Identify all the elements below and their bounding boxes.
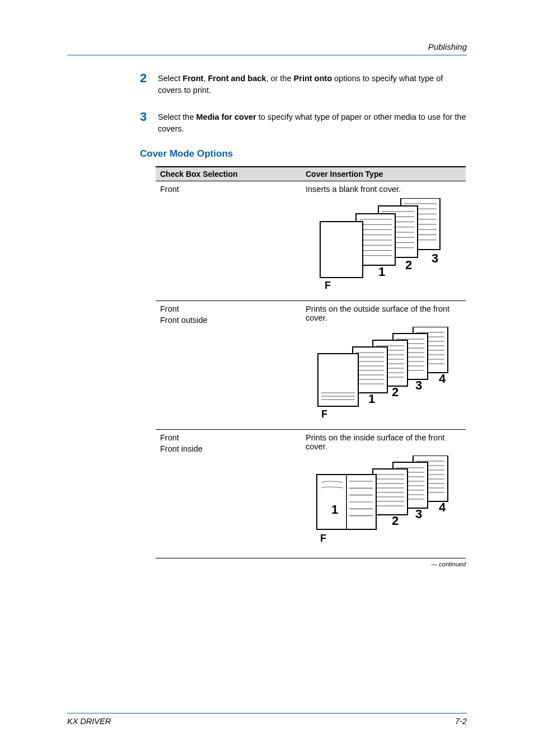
cover-diagram: 4321F [306,327,461,424]
insertion-description: Inserts a blank front cover. [306,185,461,194]
footer-rule [67,713,467,713]
svg-text:2: 2 [392,514,399,528]
table-cell-insertion: Prints on the inside surface of the fron… [301,430,466,558]
table-cell-insertion: Inserts a blank front cover.321F [301,181,466,301]
table-cell-selection: FrontFront inside [156,430,301,558]
table-cell-selection: FrontFront outside [156,301,301,430]
cover-diagram-icon: 4321F [306,327,454,422]
svg-text:3: 3 [415,378,422,392]
step-text: Select the Media for cover to specify wh… [158,110,467,135]
svg-text:F: F [321,408,327,420]
selection-line: Front [160,185,297,194]
selection-line: Front inside [160,444,297,453]
svg-text:F: F [320,533,326,544]
footer-left: KX DRIVER [67,717,111,726]
svg-text:1: 1 [378,265,385,279]
table-row: FrontInserts a blank front cover.321F [156,181,466,301]
step: 2Select Front, Front and back, or the Pr… [140,71,467,96]
header-rule [67,55,467,55]
step-number: 3 [140,110,158,135]
svg-text:4: 4 [439,372,446,386]
svg-text:1: 1 [331,503,338,516]
cover-diagram: 4321F [306,456,461,552]
svg-text:2: 2 [392,385,399,399]
running-head: Publishing [67,42,467,51]
footer-right: 7-2 [455,717,467,726]
svg-text:F: F [325,280,331,291]
cover-diagram-icon: 321F [306,198,454,293]
step: 3Select the Media for cover to specify w… [140,110,467,135]
svg-text:3: 3 [432,251,438,265]
table-header-insertion: Cover Insertion Type [301,167,466,181]
svg-rect-72 [318,354,358,406]
table-row: FrontFront insidePrints on the inside su… [156,430,466,558]
selection-line: Front [160,433,297,442]
cover-diagram-icon: 4321F [306,456,454,551]
cover-diagram: 321F [306,198,461,295]
page-footer: KX DRIVER 7-2 [67,713,467,726]
table-header-checkbox: Check Box Selection [156,167,301,181]
step-number: 2 [140,71,158,96]
section-heading: Cover Mode Options [140,148,467,159]
svg-text:1: 1 [368,392,375,406]
step-text: Select Front, Front and back, or the Pri… [158,71,467,96]
svg-text:4: 4 [439,500,446,514]
table-cell-selection: Front [156,181,301,301]
cover-mode-options-table: Check Box Selection Cover Insertion Type… [156,166,466,558]
svg-text:3: 3 [415,507,422,521]
svg-rect-30 [320,222,363,278]
continued-label: — continued [156,561,466,567]
svg-rect-97 [373,469,407,515]
selection-line: Front [160,304,297,313]
insertion-description: Prints on the inside surface of the fron… [306,433,461,451]
svg-text:2: 2 [405,258,412,272]
insertion-description: Prints on the outside surface of the fro… [306,304,461,322]
selection-line: Front outside [160,316,297,325]
table-cell-insertion: Prints on the outside surface of the fro… [301,301,466,430]
table-row: FrontFront outsidePrints on the outside … [156,301,466,430]
